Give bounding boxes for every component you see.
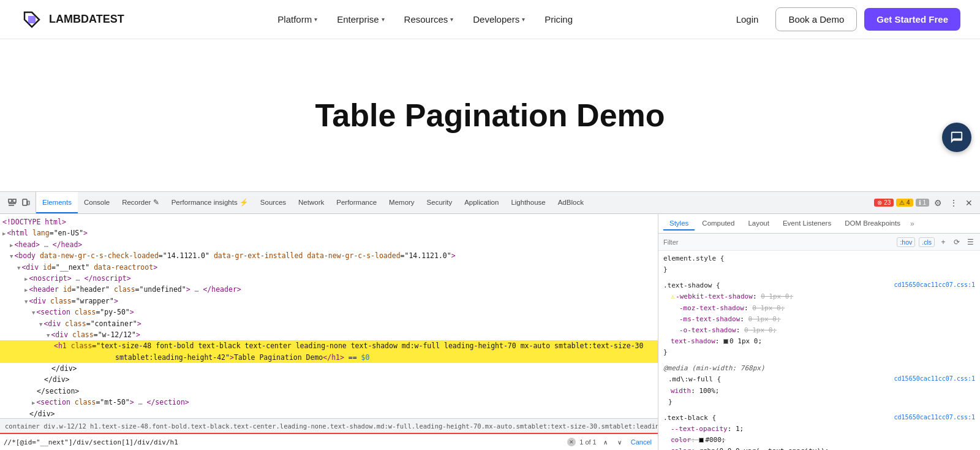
styles-filter-bar: :hov .cls + ⟳ ☰ xyxy=(658,234,980,251)
svg-rect-5 xyxy=(23,199,27,205)
xpath-next-button[interactable]: ∨ xyxy=(614,438,625,446)
html-line-highlighted: <h1 class="text-size-48 font-bold text-b… xyxy=(0,340,658,363)
warn-count-badge: ⚠ 4 xyxy=(896,199,913,207)
html-line: </section> xyxy=(0,386,658,397)
styles-tab-layout[interactable]: Layout xyxy=(742,217,775,231)
tab-network[interactable]: Network xyxy=(292,192,330,213)
chat-bubble-button[interactable] xyxy=(942,123,971,152)
tab-memory[interactable]: Memory xyxy=(383,192,421,213)
nav-links: Platform ▾ Enterprise ▾ Resources ▾ Deve… xyxy=(269,9,581,29)
navbar-actions: Login Book a Demo Get Started Free xyxy=(726,7,960,31)
filter-hov-button[interactable]: :hov xyxy=(897,237,915,247)
close-icon[interactable]: ✕ xyxy=(963,198,975,208)
styles-rule-text-shadow: .text-shadow { cd15650cac11cc07.css:1 ⚠-… xyxy=(663,280,975,358)
svg-rect-1 xyxy=(9,199,12,202)
logo[interactable]: LAMBDATEST xyxy=(20,7,124,32)
devtools-panel: Elements Console Recorder ✎ Performance … xyxy=(0,191,980,450)
nav-resources[interactable]: Resources ▾ xyxy=(396,9,462,29)
html-line: ▼<body data-new-gr-c-s-check-loaded="14.… xyxy=(0,250,658,261)
tab-adblock[interactable]: AdBlock xyxy=(552,192,590,213)
chevron-down-icon: ▾ xyxy=(314,16,317,23)
cancel-button[interactable]: Cancel xyxy=(628,438,654,446)
tab-elements[interactable]: Elements xyxy=(36,192,78,213)
html-line: ▼<div class="wrapper"> xyxy=(0,296,658,307)
html-line: ▶<html lang="en-US"> xyxy=(0,227,658,238)
styles-tab-computed[interactable]: Computed xyxy=(696,217,741,231)
styles-tabbar: Styles Computed Layout Event Listeners D… xyxy=(658,214,980,234)
more-icon[interactable]: ⋮ xyxy=(947,198,960,208)
styles-content: element.style { } .text-shadow { cd15650… xyxy=(658,251,980,450)
nav-platform[interactable]: Platform ▾ xyxy=(269,9,326,29)
filter-cls-button[interactable]: .cls xyxy=(919,237,935,247)
info-count-badge: ℹ 1 xyxy=(916,199,929,207)
html-line: ▼<div class="w-12/12"> xyxy=(0,329,658,340)
devtools-html-panel: <!DOCTYPE html> ▶<html lang="en-US"> ▶<h… xyxy=(0,214,658,450)
get-started-button[interactable]: Get Started Free xyxy=(864,8,960,31)
svg-rect-6 xyxy=(28,201,29,205)
styles-tabs-more[interactable]: » xyxy=(910,219,914,228)
html-line: ▼<div id="__next" data-reactroot> xyxy=(0,262,658,273)
style-refresh-icon[interactable]: ⟳ xyxy=(952,237,962,247)
html-tree[interactable]: <!DOCTYPE html> ▶<html lang="en-US"> ▶<h… xyxy=(0,214,658,418)
devtools-toolbar-icons xyxy=(2,192,36,213)
devtools-styles-panel: Styles Computed Layout Event Listeners D… xyxy=(658,214,980,450)
xpath-count: 1 of 1 xyxy=(579,438,597,446)
breadcrumb: container div.w-12/12 h1.text-size-48.fo… xyxy=(0,418,658,433)
tab-lighthouse[interactable]: Lighthouse xyxy=(505,192,551,213)
login-button[interactable]: Login xyxy=(726,9,769,29)
nav-developers[interactable]: Developers ▾ xyxy=(464,9,533,29)
tab-application[interactable]: Application xyxy=(458,192,505,213)
styles-tab-event-listeners[interactable]: Event Listeners xyxy=(777,217,837,231)
main-content: Table Pagination Demo xyxy=(0,39,980,191)
styles-rule-text-black: .text-black { cd15650cac11cc07.css:1 --t… xyxy=(663,413,975,450)
xpath-input[interactable] xyxy=(4,438,562,446)
chevron-down-icon: ▾ xyxy=(382,16,385,23)
xpath-controls: ✕ 1 of 1 ∧ ∨ Cancel xyxy=(567,438,654,446)
tab-performance-insights[interactable]: Performance insights ⚡ xyxy=(165,192,254,213)
xpath-bar: ✕ 1 of 1 ∧ ∨ Cancel xyxy=(0,433,658,450)
book-demo-button[interactable]: Book a Demo xyxy=(775,7,857,31)
settings-icon[interactable]: ⚙ xyxy=(932,198,944,208)
chevron-down-icon: ▾ xyxy=(450,16,453,23)
html-line: </div> xyxy=(0,374,658,385)
logo-text: LAMBDATEST xyxy=(49,13,124,26)
tab-performance[interactable]: Performance xyxy=(330,192,383,213)
style-toggle-icon[interactable]: ☰ xyxy=(965,237,975,247)
logo-icon xyxy=(20,7,44,32)
html-line: ▼<div class="container"> xyxy=(0,318,658,329)
devtools-body: <!DOCTYPE html> ▶<html lang="en-US"> ▶<h… xyxy=(0,214,980,450)
styles-rule-element: element.style { } xyxy=(663,253,975,275)
xpath-clear-button[interactable]: ✕ xyxy=(567,438,576,446)
chat-icon xyxy=(950,131,963,144)
styles-filter-input[interactable] xyxy=(663,238,893,246)
styles-rule-media: @media (min-width: 768px) .md\:w-full { … xyxy=(663,363,975,408)
html-line: ▶<head> … </head> xyxy=(0,239,658,250)
chevron-down-icon: ▾ xyxy=(522,16,525,23)
xpath-prev-button[interactable]: ∧ xyxy=(600,438,611,446)
html-line: ▶<noscript> … </noscript> xyxy=(0,273,658,284)
add-style-rule-icon[interactable]: + xyxy=(938,237,948,247)
device-toggle-icon[interactable] xyxy=(21,198,31,208)
tab-security[interactable]: Security xyxy=(421,192,459,213)
error-count-badge: ⊗ 23 xyxy=(874,199,894,207)
styles-tab-styles[interactable]: Styles xyxy=(663,217,695,231)
html-line: ▶<header id="header" class="undefined"> … xyxy=(0,284,658,295)
element-picker-icon[interactable] xyxy=(7,198,17,208)
html-line: ▶<section class="mt-50"> … </section> xyxy=(0,397,658,408)
svg-rect-2 xyxy=(13,199,16,202)
page-title: Table Pagination Demo xyxy=(315,97,665,134)
tab-recorder[interactable]: Recorder ✎ xyxy=(116,192,165,213)
tab-console[interactable]: Console xyxy=(78,192,116,213)
html-line: </div> xyxy=(0,363,658,374)
styles-tab-dom-breakpoints[interactable]: DOM Breakpoints xyxy=(839,217,907,231)
devtools-tabbar-right: ⊗ 23 ⚠ 4 ℹ 1 ⚙ ⋮ ✕ xyxy=(874,198,978,208)
navbar: LAMBDATEST Platform ▾ Enterprise ▾ Resou… xyxy=(0,0,980,39)
tab-sources[interactable]: Sources xyxy=(254,192,292,213)
devtools-tabbar: Elements Console Recorder ✎ Performance … xyxy=(0,192,980,214)
nav-enterprise[interactable]: Enterprise ▾ xyxy=(328,9,393,29)
html-line: <!DOCTYPE html> xyxy=(0,216,658,227)
html-line: </div> xyxy=(0,408,658,418)
nav-pricing[interactable]: Pricing xyxy=(536,9,581,29)
html-line: ▼<section class="py-50"> xyxy=(0,307,658,318)
